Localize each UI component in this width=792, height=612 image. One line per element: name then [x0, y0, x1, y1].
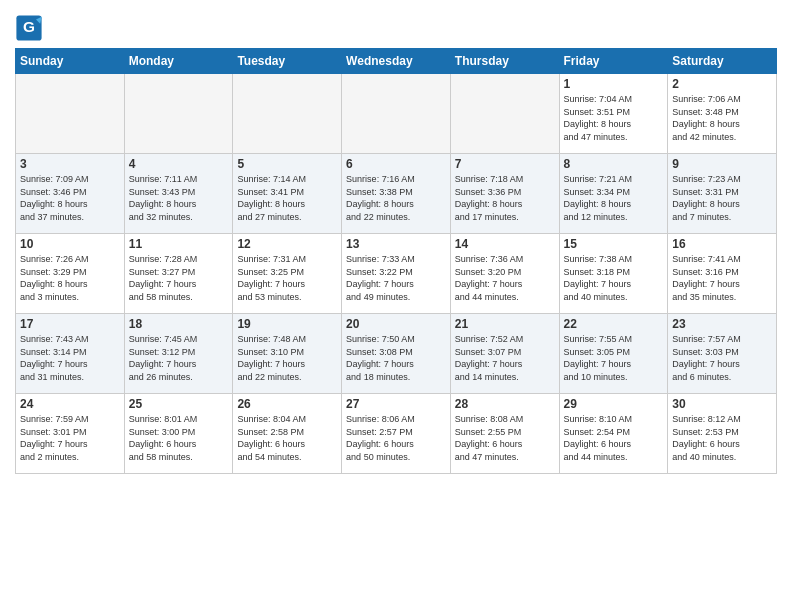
col-header-monday: Monday [124, 49, 233, 74]
day-cell: 30Sunrise: 8:12 AM Sunset: 2:53 PM Dayli… [668, 394, 777, 474]
week-row-2: 3Sunrise: 7:09 AM Sunset: 3:46 PM Daylig… [16, 154, 777, 234]
day-cell [450, 74, 559, 154]
day-number: 30 [672, 397, 772, 411]
week-row-4: 17Sunrise: 7:43 AM Sunset: 3:14 PM Dayli… [16, 314, 777, 394]
day-info: Sunrise: 8:12 AM Sunset: 2:53 PM Dayligh… [672, 413, 772, 463]
day-cell: 29Sunrise: 8:10 AM Sunset: 2:54 PM Dayli… [559, 394, 668, 474]
day-info: Sunrise: 7:06 AM Sunset: 3:48 PM Dayligh… [672, 93, 772, 143]
day-info: Sunrise: 8:01 AM Sunset: 3:00 PM Dayligh… [129, 413, 229, 463]
day-number: 20 [346, 317, 446, 331]
day-info: Sunrise: 7:26 AM Sunset: 3:29 PM Dayligh… [20, 253, 120, 303]
day-info: Sunrise: 7:38 AM Sunset: 3:18 PM Dayligh… [564, 253, 664, 303]
col-header-sunday: Sunday [16, 49, 125, 74]
day-info: Sunrise: 8:10 AM Sunset: 2:54 PM Dayligh… [564, 413, 664, 463]
day-info: Sunrise: 7:04 AM Sunset: 3:51 PM Dayligh… [564, 93, 664, 143]
day-cell: 26Sunrise: 8:04 AM Sunset: 2:58 PM Dayli… [233, 394, 342, 474]
day-number: 7 [455, 157, 555, 171]
day-cell: 21Sunrise: 7:52 AM Sunset: 3:07 PM Dayli… [450, 314, 559, 394]
day-cell [124, 74, 233, 154]
day-number: 18 [129, 317, 229, 331]
svg-text:G: G [23, 18, 35, 35]
day-number: 23 [672, 317, 772, 331]
day-info: Sunrise: 8:04 AM Sunset: 2:58 PM Dayligh… [237, 413, 337, 463]
day-info: Sunrise: 7:48 AM Sunset: 3:10 PM Dayligh… [237, 333, 337, 383]
day-number: 26 [237, 397, 337, 411]
day-cell [233, 74, 342, 154]
day-cell: 13Sunrise: 7:33 AM Sunset: 3:22 PM Dayli… [342, 234, 451, 314]
day-cell: 23Sunrise: 7:57 AM Sunset: 3:03 PM Dayli… [668, 314, 777, 394]
day-info: Sunrise: 7:59 AM Sunset: 3:01 PM Dayligh… [20, 413, 120, 463]
week-row-3: 10Sunrise: 7:26 AM Sunset: 3:29 PM Dayli… [16, 234, 777, 314]
day-cell: 22Sunrise: 7:55 AM Sunset: 3:05 PM Dayli… [559, 314, 668, 394]
col-header-thursday: Thursday [450, 49, 559, 74]
header-row: SundayMondayTuesdayWednesdayThursdayFrid… [16, 49, 777, 74]
day-number: 29 [564, 397, 664, 411]
day-info: Sunrise: 7:31 AM Sunset: 3:25 PM Dayligh… [237, 253, 337, 303]
day-number: 17 [20, 317, 120, 331]
day-cell [342, 74, 451, 154]
day-info: Sunrise: 7:33 AM Sunset: 3:22 PM Dayligh… [346, 253, 446, 303]
day-cell: 18Sunrise: 7:45 AM Sunset: 3:12 PM Dayli… [124, 314, 233, 394]
day-number: 9 [672, 157, 772, 171]
day-cell: 12Sunrise: 7:31 AM Sunset: 3:25 PM Dayli… [233, 234, 342, 314]
day-cell: 11Sunrise: 7:28 AM Sunset: 3:27 PM Dayli… [124, 234, 233, 314]
day-cell: 15Sunrise: 7:38 AM Sunset: 3:18 PM Dayli… [559, 234, 668, 314]
day-number: 1 [564, 77, 664, 91]
week-row-5: 24Sunrise: 7:59 AM Sunset: 3:01 PM Dayli… [16, 394, 777, 474]
day-number: 21 [455, 317, 555, 331]
day-number: 5 [237, 157, 337, 171]
day-info: Sunrise: 8:08 AM Sunset: 2:55 PM Dayligh… [455, 413, 555, 463]
day-number: 14 [455, 237, 555, 251]
day-info: Sunrise: 7:52 AM Sunset: 3:07 PM Dayligh… [455, 333, 555, 383]
day-cell: 17Sunrise: 7:43 AM Sunset: 3:14 PM Dayli… [16, 314, 125, 394]
day-info: Sunrise: 7:16 AM Sunset: 3:38 PM Dayligh… [346, 173, 446, 223]
day-info: Sunrise: 7:45 AM Sunset: 3:12 PM Dayligh… [129, 333, 229, 383]
day-info: Sunrise: 7:43 AM Sunset: 3:14 PM Dayligh… [20, 333, 120, 383]
logo-icon: G [15, 14, 43, 42]
day-info: Sunrise: 7:57 AM Sunset: 3:03 PM Dayligh… [672, 333, 772, 383]
day-cell [16, 74, 125, 154]
day-number: 28 [455, 397, 555, 411]
logo: G [15, 14, 47, 42]
day-cell: 6Sunrise: 7:16 AM Sunset: 3:38 PM Daylig… [342, 154, 451, 234]
day-number: 19 [237, 317, 337, 331]
day-number: 4 [129, 157, 229, 171]
day-info: Sunrise: 7:36 AM Sunset: 3:20 PM Dayligh… [455, 253, 555, 303]
day-info: Sunrise: 7:41 AM Sunset: 3:16 PM Dayligh… [672, 253, 772, 303]
day-info: Sunrise: 7:09 AM Sunset: 3:46 PM Dayligh… [20, 173, 120, 223]
col-header-saturday: Saturday [668, 49, 777, 74]
day-cell: 3Sunrise: 7:09 AM Sunset: 3:46 PM Daylig… [16, 154, 125, 234]
day-number: 22 [564, 317, 664, 331]
day-number: 11 [129, 237, 229, 251]
day-cell: 27Sunrise: 8:06 AM Sunset: 2:57 PM Dayli… [342, 394, 451, 474]
week-row-1: 1Sunrise: 7:04 AM Sunset: 3:51 PM Daylig… [16, 74, 777, 154]
day-cell: 5Sunrise: 7:14 AM Sunset: 3:41 PM Daylig… [233, 154, 342, 234]
day-cell: 28Sunrise: 8:08 AM Sunset: 2:55 PM Dayli… [450, 394, 559, 474]
day-cell: 20Sunrise: 7:50 AM Sunset: 3:08 PM Dayli… [342, 314, 451, 394]
day-info: Sunrise: 7:23 AM Sunset: 3:31 PM Dayligh… [672, 173, 772, 223]
day-number: 10 [20, 237, 120, 251]
day-number: 16 [672, 237, 772, 251]
day-cell: 9Sunrise: 7:23 AM Sunset: 3:31 PM Daylig… [668, 154, 777, 234]
day-cell: 1Sunrise: 7:04 AM Sunset: 3:51 PM Daylig… [559, 74, 668, 154]
day-number: 3 [20, 157, 120, 171]
day-number: 24 [20, 397, 120, 411]
day-cell: 19Sunrise: 7:48 AM Sunset: 3:10 PM Dayli… [233, 314, 342, 394]
day-info: Sunrise: 7:50 AM Sunset: 3:08 PM Dayligh… [346, 333, 446, 383]
day-number: 27 [346, 397, 446, 411]
calendar-table: SundayMondayTuesdayWednesdayThursdayFrid… [15, 48, 777, 474]
day-cell: 25Sunrise: 8:01 AM Sunset: 3:00 PM Dayli… [124, 394, 233, 474]
day-info: Sunrise: 7:11 AM Sunset: 3:43 PM Dayligh… [129, 173, 229, 223]
day-info: Sunrise: 7:14 AM Sunset: 3:41 PM Dayligh… [237, 173, 337, 223]
day-cell: 8Sunrise: 7:21 AM Sunset: 3:34 PM Daylig… [559, 154, 668, 234]
day-info: Sunrise: 7:28 AM Sunset: 3:27 PM Dayligh… [129, 253, 229, 303]
day-info: Sunrise: 7:18 AM Sunset: 3:36 PM Dayligh… [455, 173, 555, 223]
day-cell: 24Sunrise: 7:59 AM Sunset: 3:01 PM Dayli… [16, 394, 125, 474]
day-number: 25 [129, 397, 229, 411]
day-number: 6 [346, 157, 446, 171]
day-cell: 16Sunrise: 7:41 AM Sunset: 3:16 PM Dayli… [668, 234, 777, 314]
day-number: 12 [237, 237, 337, 251]
header: G [15, 10, 777, 42]
day-info: Sunrise: 7:21 AM Sunset: 3:34 PM Dayligh… [564, 173, 664, 223]
day-cell: 2Sunrise: 7:06 AM Sunset: 3:48 PM Daylig… [668, 74, 777, 154]
